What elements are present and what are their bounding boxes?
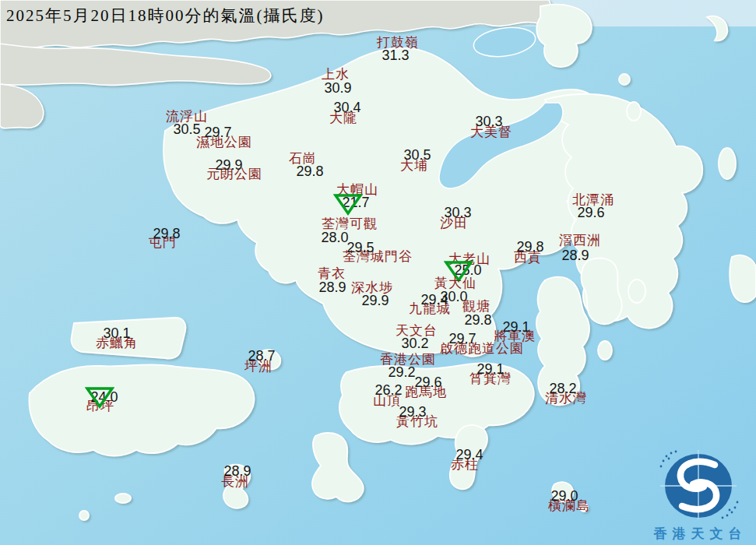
station-temperature-value: 29.7	[204, 125, 231, 140]
stations-layer: 打鼓嶺31.3上水30.9大隴30.4流浮山30.5濕地公園29.7大美督30.…	[0, 0, 756, 545]
station-temperature-value: 28.2	[549, 382, 576, 396]
station-temperature-value: 30.3	[444, 206, 471, 220]
station-temperature-value: 21.7	[342, 195, 369, 210]
station-temperature-value: 29.0	[550, 489, 578, 504]
hko-logo: 香港天文台 HONG KONG OBSERVATORY	[645, 448, 756, 545]
station-temperature-value: 29.8	[464, 313, 491, 328]
station-temperature-value: 28.0	[321, 230, 348, 245]
temperature-map-screen: 2025年5月20日18時00分的氣溫(攝氏度) 打鼓嶺31.3上水30.9大隴…	[0, 0, 756, 545]
station-temperature-value: 29.1	[502, 320, 529, 335]
station-temperature-value: 29.7	[448, 332, 476, 346]
station-temperature-value: 29.4	[420, 293, 448, 308]
station-temperature-value: 29.8	[516, 240, 543, 255]
station-temperature-value: 29.4	[455, 448, 483, 462]
station-temperature-value: 28.9	[318, 280, 346, 295]
hko-emblem-icon	[645, 448, 756, 520]
station-temperature-value: 29.5	[346, 241, 374, 255]
station-temperature-value: 29.6	[414, 375, 441, 390]
station-temperature-value: 26.2	[374, 383, 402, 398]
station-temperature-value: 30.4	[333, 100, 360, 115]
station-temperature-value: 31.3	[382, 48, 409, 63]
station-temperature-value: 29.9	[215, 158, 242, 173]
station-name-label: 滘西洲	[559, 234, 601, 248]
station-temperature-value: 30.5	[403, 148, 431, 163]
station-temperature-value: 28.7	[248, 349, 275, 364]
hko-logo-chinese: 香港天文台	[645, 525, 756, 543]
station-temperature-value: 24.0	[90, 390, 118, 405]
station-temperature-value: 29.6	[577, 206, 604, 220]
station-temperature-value: 30.9	[324, 81, 351, 96]
station-temperature-value: 30.1	[103, 326, 130, 341]
station-temperature-value: 29.9	[361, 294, 389, 308]
station-temperature-value: 29.8	[153, 227, 180, 241]
station-temperature-value: 29.1	[476, 362, 504, 377]
station-temperature-value: 29.3	[399, 405, 426, 420]
station-temperature-value: 29.8	[296, 164, 323, 179]
station-temperature-value: 30.3	[475, 114, 502, 129]
station-temperature-value: 28.9	[223, 464, 251, 479]
station-temperature-value: 30.2	[401, 336, 428, 351]
station-temperature-value: 28.9	[561, 248, 589, 263]
station-temperature-value: 29.2	[388, 365, 415, 380]
